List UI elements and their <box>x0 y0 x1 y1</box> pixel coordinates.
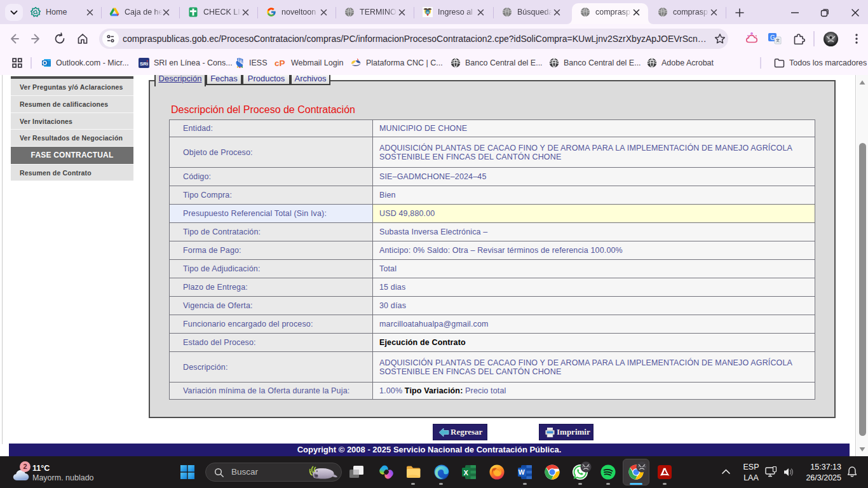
svg-text:cP: cP <box>275 58 285 67</box>
svg-text:X: X <box>464 469 469 477</box>
svg-text:W: W <box>519 468 525 476</box>
